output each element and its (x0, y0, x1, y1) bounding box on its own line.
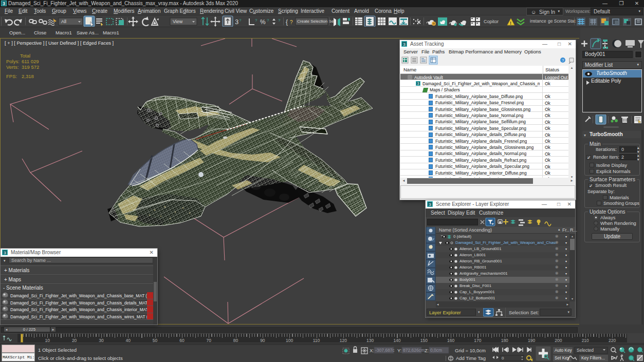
svg-text:Grid = 10,0cm: Grid = 10,0cm (455, 348, 486, 353)
svg-text:?: ? (278, 18, 281, 23)
svg-text:?: ? (562, 58, 564, 63)
svg-text:Z:: Z: (425, 348, 429, 353)
svg-text:0: 0 (502, 356, 504, 360)
svg-text:?: ? (239, 18, 242, 23)
svg-text:872,626cm: 872,626cm (403, 348, 425, 353)
svg-text:3: 3 (235, 18, 238, 26)
svg-text:All: All (61, 19, 66, 24)
svg-text:X:: X: (370, 348, 374, 353)
svg-text:View: View (173, 19, 183, 24)
svg-text:0,0cm: 0,0cm (430, 348, 442, 353)
svg-text:Create Selection Se: Create Selection Se (297, 19, 334, 24)
svg-text:Add Time Tag: Add Time Tag (456, 355, 486, 361)
svg-text:?: ? (267, 18, 269, 23)
svg-text:-307,687c: -307,687c (375, 348, 395, 353)
svg-text:?: ? (255, 18, 257, 23)
svg-text:Selected: Selected (577, 348, 594, 353)
svg-text:Key Filters...: Key Filters... (581, 355, 605, 360)
svg-text:Auto Key: Auto Key (555, 348, 573, 353)
svg-text:%: % (260, 18, 266, 26)
svg-text:{: { (286, 18, 288, 26)
svg-text:?: ? (290, 20, 293, 25)
svg-text:Copitor: Copitor (484, 19, 499, 24)
svg-text:!: ! (510, 21, 511, 26)
svg-text:ge Scene Stat: ge Scene Stat (548, 18, 576, 24)
svg-text:Y:: Y: (397, 348, 401, 353)
svg-text:instance: instance (530, 18, 546, 24)
